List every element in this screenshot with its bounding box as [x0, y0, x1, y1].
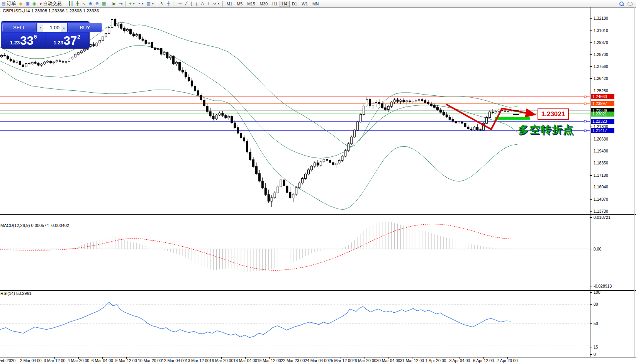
price-annotation-box[interactable]: 1.23021: [538, 108, 569, 120]
trendline-icon: ╱: [185, 2, 187, 6]
time-tick-label: 31 Mar 12:00: [400, 358, 424, 363]
toolbar-periods-button[interactable]: ◔▾: [136, 0, 145, 7]
toolbar-trendline-button[interactable]: ╱: [183, 0, 189, 7]
buy-price[interactable]: 1.23 37 2: [46, 33, 88, 47]
sell-button[interactable]: SELL: [2, 23, 36, 32]
toolbar-separator: [222, 1, 223, 7]
toolbar-chart-line-button[interactable]: ∿: [80, 0, 87, 7]
chevron-down-icon[interactable]: ▾: [142, 2, 143, 5]
toolbar-shapes-button[interactable]: ↝▾: [211, 0, 221, 7]
toolbar-tile-windows-button[interactable]: ▦: [100, 0, 107, 7]
macd-pane[interactable]: [0, 215, 590, 289]
toolbar-chart-bars-button[interactable]: ┃┃: [67, 0, 75, 7]
price-tick-label: 1.25250: [594, 88, 608, 93]
timeframe-h1-button[interactable]: H1: [270, 1, 280, 7]
templates-icon: ▨: [146, 2, 150, 6]
timeframe-m30-button[interactable]: M30: [258, 1, 270, 7]
volume-input[interactable]: [43, 23, 61, 32]
macd-scale-label: -0.028913: [594, 284, 612, 288]
turning-point-annotation[interactable]: 多空转折点: [518, 123, 574, 137]
price-tick-label: 1.31010: [594, 28, 608, 33]
toolbar-zoom-in-button[interactable]: ⊕: [87, 0, 94, 7]
gold-instrument-icon: ◆: [19, 2, 22, 6]
pane-separator[interactable]: [0, 213, 636, 213]
axis-tick: [590, 304, 592, 305]
rsi-pane[interactable]: [0, 290, 590, 357]
toolbar-fibonacci-button[interactable]: ƒ: [194, 0, 200, 7]
axis-tick: [590, 30, 592, 31]
pane-separator[interactable]: [0, 214, 636, 215]
timeframe-mn-button[interactable]: MN: [310, 1, 321, 7]
timeframe-m1-button[interactable]: M1: [224, 1, 235, 7]
time-tick-label: 2 Mar 04:00: [20, 358, 42, 363]
axis-tick: [590, 286, 592, 286]
price-line-badge: 1.21417: [591, 128, 614, 133]
timeframe-m15-button[interactable]: M15: [245, 1, 257, 7]
timeframe-w1-button[interactable]: W1: [299, 1, 310, 7]
zoom-out-icon: ⊖: [95, 2, 99, 6]
search-icon[interactable]: [619, 2, 624, 6]
toolbar-profile-button[interactable]: ▣: [24, 0, 31, 7]
toolbar-crosshair-button[interactable]: ┼: [165, 0, 171, 7]
axis-tick: [590, 78, 592, 79]
time-tick-label: 18 Mar 04:00: [233, 358, 257, 363]
auto-scroll-icon: ▶: [112, 2, 115, 6]
volume-down-button[interactable]: ▼: [37, 23, 43, 32]
chevron-down-icon[interactable]: ▾: [133, 2, 135, 5]
time-tick: [221, 357, 222, 359]
chart-bars-icon: ┃┃: [68, 2, 73, 6]
profile-icon: ▣: [25, 2, 29, 6]
time-tick: [269, 357, 270, 359]
toolbar-new-order-button[interactable]: ▤订单: [0, 0, 17, 7]
horizontal-line-icon: ─: [179, 2, 182, 6]
pane-separator[interactable]: [0, 289, 636, 289]
toolbar-signals-button[interactable]: ◉: [31, 0, 38, 7]
toolbar-text-label-button[interactable]: T: [205, 0, 211, 7]
toolbar-chart-shift-button[interactable]: ⇥: [117, 0, 124, 7]
axis-tick: [590, 18, 592, 19]
timeframe-m5-button[interactable]: M5: [235, 1, 245, 7]
toolbar-chart-candles-button[interactable]: ╂: [75, 0, 81, 7]
toolbar-cursor-button[interactable]: ↖: [159, 0, 165, 7]
time-tick-label: 13 Mar 12:00: [186, 358, 210, 363]
toolbar-indicators-button[interactable]: +▾: [127, 0, 136, 7]
timeframe-h4-button[interactable]: H4: [280, 1, 289, 7]
chevron-down-icon[interactable]: ▾: [218, 2, 219, 5]
time-tick-label: 4 Mar 20:00: [68, 358, 89, 363]
timeframe-d1-button[interactable]: D1: [290, 1, 299, 7]
time-axis: Feb 20202 Mar 04:003 Mar 12:004 Mar 20:0…: [0, 357, 590, 364]
new-order-icon: ▤: [2, 2, 5, 6]
time-tick-label: 9 Mar 12:00: [115, 358, 137, 363]
rsi-label: RSI(14) 53.2961: [0, 291, 32, 296]
axis-tick: [590, 66, 592, 67]
toolbar-templates-button[interactable]: ▨▾: [145, 0, 155, 7]
toolbar-separator: [109, 1, 109, 7]
toolbar-gold-instrument-button[interactable]: ◆: [17, 0, 24, 7]
volume-stepper: ▼ ▲: [37, 23, 67, 32]
volume-up-button[interactable]: ▲: [61, 23, 67, 32]
time-tick-label: 10 Mar 20:00: [138, 358, 162, 363]
price-line-badge: 1.23997: [591, 101, 614, 106]
toolbar-vertical-line-button[interactable]: │: [171, 0, 177, 7]
toolbar-equidistant-channel-button[interactable]: ∥: [189, 0, 194, 7]
buy-button[interactable]: BUY: [68, 23, 102, 32]
pane-separator[interactable]: [0, 290, 636, 291]
toolbar-text-button[interactable]: A: [200, 0, 205, 7]
periods-icon: ◔: [138, 2, 141, 6]
chevron-down-icon[interactable]: ▾: [152, 2, 154, 5]
toolbar-zoom-out-button[interactable]: ⊖: [94, 0, 100, 7]
sell-price[interactable]: 1.23 33 6: [2, 33, 45, 47]
time-tick-label: 25 Mar 12:00: [329, 358, 353, 363]
toolbar-autotrading-button[interactable]: ●自动交易: [38, 0, 63, 7]
toolbar-horizontal-line-button[interactable]: ─: [177, 0, 183, 7]
time-tick-label: 24 Mar 04:00: [305, 358, 329, 363]
signals-icon: ◉: [32, 2, 36, 6]
toolbar-auto-scroll-button[interactable]: ▶: [111, 0, 117, 7]
chat-icon[interactable]: [628, 2, 633, 6]
equidistant-channel-icon: ∥: [190, 2, 193, 6]
price-axis: 1.321801.310101.298701.287001.275601.264…: [590, 7, 634, 357]
price-tick-label: 1.32180: [594, 16, 608, 20]
toolbar-separator: [126, 1, 126, 7]
text-icon: A: [201, 2, 204, 6]
rsi-scale-label: 15: [594, 345, 598, 349]
